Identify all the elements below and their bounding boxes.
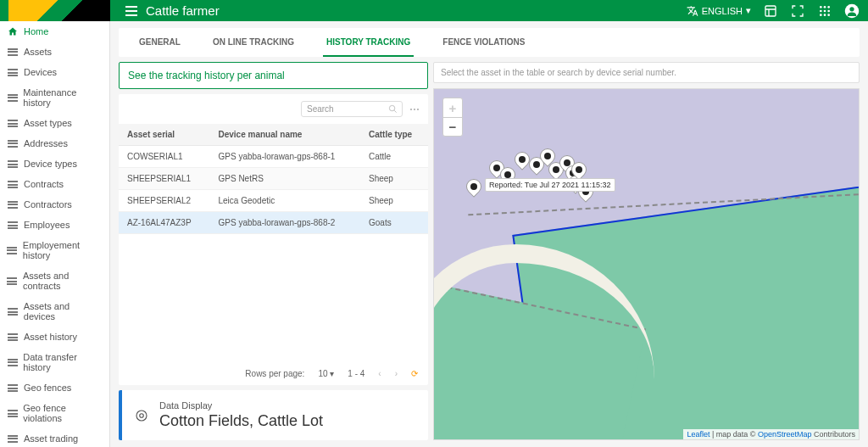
- sidebar-item-label: Devices: [24, 67, 57, 77]
- apps-icon[interactable]: [817, 3, 832, 19]
- sidebar-item-devices[interactable]: Devices: [0, 62, 109, 82]
- svg-point-5: [824, 6, 826, 8]
- menu-toggle-icon[interactable]: [125, 6, 137, 16]
- sidebar-item-employement-history[interactable]: Employement history: [0, 235, 109, 265]
- sidebar-item-assets-and-contracts[interactable]: Assets and contracts: [0, 265, 109, 296]
- sidebar-item-asset-trading[interactable]: Asset trading: [0, 428, 109, 447]
- refresh-icon[interactable]: ⟳: [411, 369, 418, 378]
- sidebar-item-label: Asset trading: [24, 433, 78, 444]
- sidebar-item-asset-types[interactable]: Asset types: [0, 113, 109, 133]
- svg-point-9: [827, 9, 830, 12]
- sidebar-item-label: Addresses: [24, 138, 68, 148]
- tab-on-line-tracking[interactable]: ON LINE TRACKING: [209, 29, 298, 57]
- list-icon: [7, 220, 19, 230]
- map-tooltip: Reported: Tue Jul 27 2021 11:15:32: [485, 178, 615, 192]
- sidebar-item-asset-history[interactable]: Asset history: [0, 327, 109, 347]
- table-row[interactable]: AZ-16AL47AZ3PGPS yabba-lorawan-gps-868-2…: [119, 212, 428, 234]
- svg-point-8: [824, 9, 826, 12]
- sidebar: HomeAssetsDevicesMaintenance historyAsse…: [0, 21, 110, 447]
- sidebar-item-label: Maintenance history: [23, 87, 103, 108]
- tab-history-tracking[interactable]: HISTORY TRACKING: [323, 29, 414, 57]
- sidebar-item-label: Asset history: [24, 332, 77, 342]
- zoom-in-button[interactable]: +: [443, 98, 462, 117]
- list-icon: [7, 332, 19, 342]
- sidebar-item-label: Device types: [24, 159, 77, 169]
- sidebar-item-geo-fences[interactable]: Geo fences: [0, 377, 109, 398]
- list-icon: [7, 92, 18, 103]
- svg-point-17: [140, 413, 144, 417]
- svg-point-4: [820, 6, 822, 8]
- column-header[interactable]: Cattle type: [360, 124, 428, 146]
- map-marker[interactable]: [515, 152, 530, 170]
- list-icon: [7, 199, 19, 210]
- sidebar-item-addresses[interactable]: Addresses: [0, 133, 109, 154]
- list-icon: [7, 47, 19, 57]
- column-header[interactable]: Device manual name: [210, 124, 361, 146]
- table-row[interactable]: SHEEPSERIAL1GPS NetRSSheep: [119, 168, 428, 190]
- fullscreen-icon[interactable]: [790, 3, 805, 19]
- list-icon: [7, 357, 18, 367]
- page-title: Cattle farmer: [146, 3, 220, 18]
- sidebar-item-label: Contractors: [24, 199, 72, 210]
- sidebar-item-label: Assets and devices: [24, 301, 103, 321]
- language-selector[interactable]: ENGLISH ▾: [687, 5, 751, 17]
- svg-point-12: [827, 14, 830, 16]
- column-header[interactable]: Asset serial: [119, 124, 210, 146]
- svg-point-7: [820, 9, 822, 12]
- list-icon: [7, 245, 18, 255]
- prev-page-icon[interactable]: ‹: [378, 369, 381, 378]
- svg-rect-0: [125, 6, 137, 8]
- table-row[interactable]: SHEEPSERIAL2Leica GeodeticSheep: [119, 190, 428, 212]
- tab-fence-violations[interactable]: FENCE VIOLATIONS: [439, 29, 528, 57]
- sidebar-item-label: Employees: [24, 220, 70, 230]
- list-icon: [7, 306, 19, 316]
- asset-table-card: Search ⋯ Asset serialDevice manual nameC…: [119, 94, 428, 385]
- svg-point-6: [827, 6, 830, 8]
- sidebar-item-assets-and-devices[interactable]: Assets and devices: [0, 296, 109, 327]
- svg-point-11: [824, 14, 826, 16]
- sidebar-item-label: Contracts: [24, 179, 64, 189]
- list-icon: [7, 408, 18, 418]
- account-icon[interactable]: [844, 3, 860, 19]
- logo: [8, 0, 110, 21]
- rows-per-page-select[interactable]: 10 ▾: [318, 369, 334, 378]
- sidebar-item-contracts[interactable]: Contracts: [0, 174, 109, 194]
- tracking-hint: See the tracking history per animal: [119, 62, 428, 89]
- sidebar-item-maintenance-history[interactable]: Maintenance history: [0, 82, 109, 113]
- sidebar-item-device-types[interactable]: Device types: [0, 154, 109, 174]
- sidebar-item-label: Geo fences: [24, 383, 71, 393]
- svg-point-15: [389, 105, 394, 110]
- search-icon: [388, 104, 398, 114]
- zoom-out-button[interactable]: −: [443, 117, 462, 136]
- sidebar-item-assets[interactable]: Assets: [0, 42, 109, 62]
- list-icon: [7, 118, 19, 128]
- sidebar-item-employees[interactable]: Employees: [0, 215, 109, 235]
- translate-icon: [687, 5, 698, 17]
- list-icon: [7, 179, 19, 189]
- data-display-card: Data Display Cotton Fields, Cattle Lot: [119, 390, 428, 440]
- sidebar-item-data-transfer-history[interactable]: Data transfer history: [0, 347, 109, 377]
- list-icon: [7, 276, 18, 286]
- list-icon: [7, 159, 19, 169]
- sidebar-item-label: Assets: [24, 47, 52, 57]
- table-pager: Rows per page: 10 ▾ 1 - 4 ‹ › ⟳: [119, 362, 428, 385]
- sidebar-item-contractors[interactable]: Contractors: [0, 194, 109, 215]
- tab-general[interactable]: GENERAL: [136, 29, 184, 57]
- svg-rect-2: [125, 14, 137, 16]
- list-icon: [7, 67, 19, 77]
- table-row[interactable]: COWSERIAL1GPS yabba-lorawan-gps-868-1Cat…: [119, 146, 428, 168]
- map-marker[interactable]: [466, 179, 481, 198]
- dashboard-icon[interactable]: [763, 3, 778, 19]
- home-icon: [7, 26, 19, 36]
- list-icon: [7, 138, 19, 148]
- search-input[interactable]: Search: [301, 101, 403, 117]
- map[interactable]: + − Leaflet | map data © OpenStreetMap C…: [433, 88, 860, 440]
- more-icon[interactable]: ⋯: [408, 103, 421, 115]
- svg-point-16: [136, 411, 147, 421]
- next-page-icon[interactable]: ›: [395, 369, 398, 378]
- sidebar-item-home[interactable]: Home: [0, 21, 109, 42]
- map-attribution: Leaflet | map data © OpenStreetMap Contr…: [683, 429, 859, 439]
- map-search-hint: Select the asset in the table or search …: [433, 62, 860, 83]
- sidebar-item-geo-fence-violations[interactable]: Geo fence violations: [0, 398, 109, 428]
- tab-bar: GENERALON LINE TRACKINGHISTORY TRACKINGF…: [119, 28, 860, 57]
